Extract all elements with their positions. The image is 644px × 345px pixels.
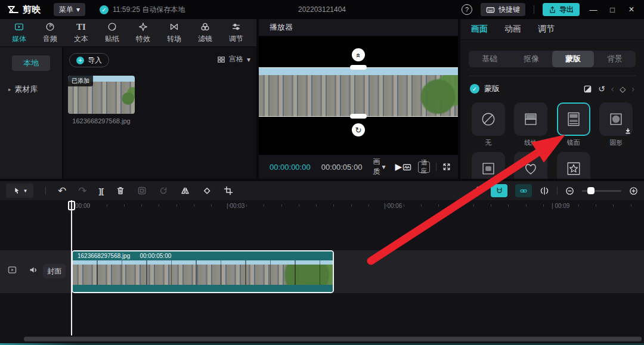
mask-option-linear[interactable]: 线性 <box>513 102 550 147</box>
tab-adjustment[interactable]: 调节 <box>538 24 555 35</box>
tab-adjust[interactable]: 调节 <box>221 19 252 46</box>
cover-button[interactable]: 封面 <box>43 264 66 278</box>
menu-button[interactable]: 菜单 ▾ <box>54 3 85 16</box>
playhead-handle[interactable] <box>68 201 75 210</box>
app-logo: 剪映 <box>7 4 41 15</box>
player-title: 播放器 <box>270 22 293 33</box>
mask-linear-label: 线性 <box>524 138 537 147</box>
tab-transitions[interactable]: 转场 <box>159 19 190 46</box>
subtab-basic[interactable]: 基础 <box>469 51 510 67</box>
play-button[interactable]: ▶ <box>395 161 402 172</box>
mask-checkbox[interactable]: ✓ <box>470 84 479 94</box>
mute-track-icon[interactable] <box>29 265 38 275</box>
mask-handle-bottom[interactable] <box>350 114 367 119</box>
fullscreen-icon[interactable] <box>442 163 451 171</box>
tab-animation[interactable]: 动画 <box>504 24 521 35</box>
keyframe-diamond-icon[interactable]: ◇ <box>620 85 626 94</box>
inspector-tabstrip: 画面 动画 调节 <box>460 19 644 40</box>
mask-handle-top[interactable] <box>350 65 367 70</box>
export-label: 导出 <box>559 5 574 15</box>
freeze-frame-button[interactable] <box>137 186 147 195</box>
minimize-button[interactable]: — <box>588 5 599 14</box>
export-button[interactable]: 导出 <box>543 3 580 16</box>
mask-option-star[interactable] <box>555 152 592 179</box>
crop-button[interactable] <box>224 186 233 195</box>
invert-mask-icon[interactable] <box>583 85 592 94</box>
timeline-scrollbar[interactable] <box>24 337 642 341</box>
subtab-mask[interactable]: 蒙版 <box>552 51 594 67</box>
mask-rotate-handle[interactable]: ↻ <box>352 123 365 136</box>
keyframe-next-icon[interactable]: › <box>631 84 634 94</box>
tab-media[interactable]: 媒体 <box>4 19 35 46</box>
tab-sticker[interactable]: 贴纸 <box>97 19 128 46</box>
delete-button[interactable] <box>116 186 125 195</box>
reset-icon[interactable]: ↺ <box>598 84 605 94</box>
undo-button[interactable]: ↶ <box>58 185 66 197</box>
mask-option-rectangle[interactable] <box>470 152 507 179</box>
chevron-down-icon: ▾ <box>247 55 250 64</box>
mask-circle-icon[interactable] <box>599 102 633 136</box>
mask-option-circle[interactable]: 圆形 <box>598 102 635 147</box>
zoom-out-icon[interactable] <box>565 187 574 195</box>
timeline-clip[interactable]: 1623668297568.jpg 00:00:05:00 <box>72 250 334 293</box>
ruler-label: 00:00 <box>75 203 90 209</box>
timeline-ruler[interactable]: 00:00 | 00:03 | 00:06 | 00:09 <box>0 200 644 212</box>
preview-canvas[interactable]: « ↻ <box>259 36 458 155</box>
mask-rectangle-icon[interactable] <box>472 152 505 179</box>
controls-divider <box>436 163 436 171</box>
track-type-icon[interactable] <box>7 265 17 275</box>
waveform-monitor-button[interactable] <box>402 163 412 172</box>
tab-media-label: 媒体 <box>12 34 26 44</box>
rotate-button[interactable] <box>202 186 212 195</box>
tab-filters[interactable]: 滤镜 <box>190 19 221 46</box>
fit-button[interactable]: 适应 <box>418 161 430 173</box>
asset-tabstrip: 媒体 音频 TI 文本 贴纸 <box>0 19 256 47</box>
mask-feather-handle[interactable]: « <box>352 48 365 61</box>
close-button[interactable]: × <box>626 4 637 15</box>
subtab-cutout[interactable]: 抠像 <box>510 51 552 67</box>
mask-heart-icon[interactable] <box>514 152 547 179</box>
help-icon[interactable]: ? <box>462 4 472 15</box>
keyboard-icon <box>486 5 495 14</box>
tab-effects[interactable]: 特效 <box>128 19 159 46</box>
mask-option-none[interactable]: 无 <box>470 102 507 147</box>
tab-audio[interactable]: 音频 <box>35 19 66 46</box>
media-item-thumbnail[interactable]: 已添加 <box>68 76 135 114</box>
mask-option-heart[interactable] <box>513 152 550 179</box>
auto-snap-toggle[interactable] <box>491 184 507 197</box>
quality-dropdown[interactable]: 画质 ▾ <box>373 157 385 177</box>
tab-text[interactable]: TI 文本 <box>66 19 97 46</box>
preview-axis-button[interactable] <box>540 186 549 195</box>
maximize-button[interactable]: □ <box>607 5 618 14</box>
sidebar-item-local[interactable]: 本地 <box>12 55 50 71</box>
subtab-background[interactable]: 背景 <box>594 51 636 67</box>
playhead[interactable] <box>71 200 72 335</box>
mask-none-icon[interactable] <box>472 102 505 136</box>
zoom-slider-handle[interactable] <box>587 187 595 194</box>
split-button[interactable]: ][ <box>99 187 104 195</box>
record-audio-button[interactable] <box>473 186 483 195</box>
zoom-in-icon[interactable] <box>629 187 638 195</box>
mask-linear-icon[interactable] <box>514 102 547 136</box>
view-mode-selector[interactable]: 宫格 ▾ <box>217 54 250 64</box>
mirror-button[interactable] <box>180 186 190 195</box>
timeline-body[interactable]: 封面 1623668297568.jpg 00:00:05:00 <box>0 212 644 345</box>
current-time: 00:00:00:00 <box>270 163 311 172</box>
ruler-label: | 00:03 <box>227 203 244 209</box>
redo-button[interactable]: ↷ <box>78 185 86 197</box>
timeline-zoom-slider[interactable] <box>582 190 621 192</box>
mask-star-icon[interactable] <box>557 152 590 179</box>
reverse-button[interactable] <box>159 186 168 195</box>
mask-option-mirror[interactable]: 镜面 <box>555 102 592 147</box>
tab-picture[interactable]: 画面 <box>471 24 488 35</box>
mask-mirror-icon[interactable] <box>557 102 590 136</box>
link-preview-toggle[interactable] <box>515 184 532 197</box>
select-tool-button[interactable]: ▾ <box>6 184 33 198</box>
import-button[interactable]: + 导入 <box>69 53 109 67</box>
keyframe-prev-icon[interactable]: ‹ <box>611 84 614 94</box>
mask-circle-label: 圆形 <box>609 138 623 147</box>
player-controls: 00:00:00:00 00:00:05:00 画质 ▾ ▶ 适应 <box>259 155 458 179</box>
sidebar-item-library[interactable]: ▸ 素材库 <box>0 84 62 95</box>
tab-transitions-label: 转场 <box>167 34 181 44</box>
shortcuts-button[interactable]: 快捷键 <box>481 3 525 16</box>
